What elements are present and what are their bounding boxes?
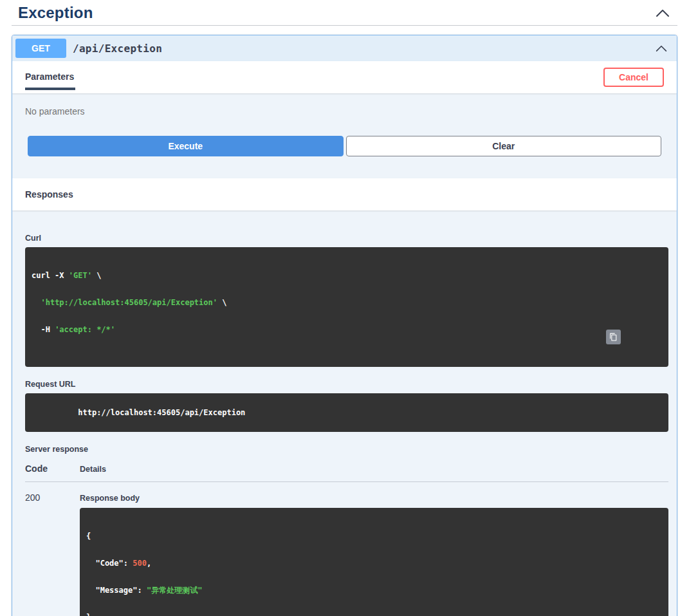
curl-string: 'http://localhost:45605/api/Exception' [41,298,217,307]
tag-section-header[interactable]: Exception [12,3,677,26]
http-method-badge: GET [15,39,66,58]
no-parameters-text: No parameters [25,106,664,117]
curl-command-block: curl -X 'GET' \ 'http://localhost:45605/… [25,247,668,367]
json-string: "异常处理测试" [147,586,202,595]
responses-inner: Curl curl -X 'GET' \ 'http://localhost:4… [12,210,677,616]
curl-text: \ [92,271,101,280]
response-status-code: 200 [25,492,80,616]
clear-button[interactable]: Clear [346,136,662,156]
details-column-header: Details [80,465,668,474]
tag-title: Exception [18,4,93,22]
execute-button[interactable]: Execute [28,136,344,156]
json-key: "Code": [86,559,133,568]
response-body-block: { "Code": 500, "Message": "异常处理测试" } Dow… [80,508,668,616]
json-line: "Code": 500, [86,559,662,568]
json-line: } [86,613,662,616]
responses-section-title: Responses [25,189,73,200]
cancel-button[interactable]: Cancel [603,68,664,87]
copy-curl-button[interactable] [606,330,621,344]
request-url-label: Request URL [25,380,668,389]
response-details-cell: Response body { "Code": 500, "Message": … [80,492,668,616]
json-line: "Message": "异常处理测试" [86,586,662,595]
curl-text: -H [32,325,55,334]
tab-parameters[interactable]: Parameters [25,65,75,90]
collapse-operation-button[interactable] [654,42,668,54]
live-responses-table-header: Code Details [25,458,668,482]
response-body-label: Response body [80,494,668,503]
code-column-header: Code [25,463,80,474]
request-url-block: http://localhost:45605/api/Exception [25,393,668,432]
operation-summary[interactable]: GET /api/Exception [12,35,677,61]
copy-icon [609,333,618,341]
curl-string: 'accept: */*' [55,325,115,334]
json-punct: , [147,559,151,568]
collapse-section-button[interactable] [654,6,671,19]
chevron-up-icon [656,8,670,18]
curl-label: Curl [25,234,668,243]
curl-text: curl -X [32,271,69,280]
json-line: { [86,532,662,541]
json-number: 500 [133,559,147,568]
curl-line: curl -X 'GET' \ [32,271,662,280]
parameters-body: No parameters [12,93,677,136]
curl-line: 'http://localhost:45605/api/Exception' \ [32,298,662,307]
operation-path: /api/Exception [73,42,162,55]
curl-text: \ [217,298,226,307]
curl-string: 'GET' [69,271,92,280]
parameters-section-header: Parameters Cancel [12,61,677,93]
responses-section-header: Responses [12,178,677,210]
curl-text [32,298,41,307]
swagger-page: Exception GET /api/Exception Parameters … [0,0,689,616]
live-responses-table: Code Details 200 Response body { "Code":… [25,458,668,616]
curl-line: -H 'accept: */*' [32,325,662,334]
responses-section: Responses Curl curl -X 'GET' \ 'http://l… [12,178,677,616]
json-key: "Message": [86,586,147,595]
server-response-label: Server response [25,445,668,454]
chevron-up-icon [656,44,667,53]
request-url-value: http://localhost:45605/api/Exception [78,408,245,417]
opblock-get-exception: GET /api/Exception Parameters Cancel No … [12,35,677,616]
parameters-tab-label: Parameters [25,65,75,90]
live-response-row: 200 Response body { "Code": 500, "Messag… [25,482,668,616]
execute-wrapper: Execute Clear [12,136,677,156]
